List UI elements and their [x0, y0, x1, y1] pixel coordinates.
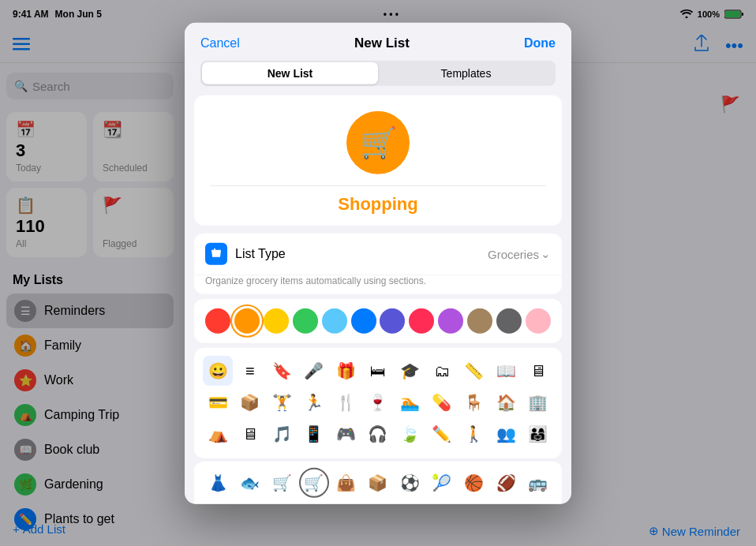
- color-pink[interactable]: [409, 309, 434, 334]
- icon-person[interactable]: 🚶: [459, 419, 489, 449]
- color-green[interactable]: [293, 309, 318, 334]
- color-red[interactable]: [205, 309, 230, 334]
- icon-gamepad[interactable]: 🎮: [331, 419, 361, 449]
- list-type-label: List Type: [235, 247, 286, 261]
- color-blue[interactable]: [351, 309, 376, 334]
- icon-bed[interactable]: 🛏: [363, 356, 393, 386]
- color-lightblue[interactable]: [322, 309, 347, 334]
- icon-ruler[interactable]: 📏: [459, 356, 489, 386]
- icon-monitor[interactable]: 🖥: [235, 419, 265, 449]
- icon-creditcard-alt[interactable]: 🖥: [523, 356, 553, 386]
- list-type-row[interactable]: List Type Groceries ⌄: [194, 234, 562, 275]
- icon-wine[interactable]: 🍷: [363, 387, 393, 417]
- list-name-input[interactable]: [210, 185, 546, 215]
- icon-swim[interactable]: 🏊: [395, 387, 425, 417]
- icon-emoji[interactable]: 😀: [203, 356, 233, 386]
- icon-gift[interactable]: 🎁: [331, 356, 361, 386]
- tab-templates[interactable]: Templates: [378, 62, 554, 84]
- color-purple[interactable]: [438, 309, 463, 334]
- icon-fish[interactable]: 🐟: [235, 468, 265, 498]
- icon-row-1: 😀 ≡ 🔖 🎤 🎁 🛏 🎓 🗂 📏 📖 🖥: [202, 356, 554, 386]
- icon-medicine[interactable]: 💊: [427, 387, 457, 417]
- color-yellow[interactable]: [264, 309, 289, 334]
- color-gray[interactable]: [496, 309, 522, 334]
- color-picker: [194, 299, 562, 343]
- icon-creditcard[interactable]: 💳: [203, 387, 233, 417]
- icon-building[interactable]: 🏢: [523, 387, 553, 417]
- color-brown[interactable]: [467, 309, 492, 334]
- icon-leaf[interactable]: 🍃: [395, 419, 425, 449]
- list-icon-display[interactable]: 🛒: [346, 111, 410, 174]
- icon-football[interactable]: 🏈: [491, 468, 521, 498]
- icon-box[interactable]: 📦: [235, 387, 265, 417]
- shopping-cart-icon: 🛒: [360, 125, 397, 160]
- icon-bag[interactable]: 👜: [331, 468, 361, 498]
- icon-package[interactable]: 📦: [363, 468, 393, 498]
- tab-new-list[interactable]: New List: [202, 62, 378, 84]
- icon-cart-circle[interactable]: 🛒: [299, 468, 329, 498]
- icon-row-2: 💳 📦 🏋 🏃 🍴 🍷 🏊 💊 🪑 🏠 🏢: [202, 387, 554, 417]
- tab-segment-control: New List Templates: [200, 61, 556, 86]
- list-type-icon: [205, 243, 227, 265]
- chevron-down-icon: ⌄: [541, 247, 551, 261]
- color-orange[interactable]: [234, 309, 260, 334]
- icon-row-3: ⛺ 🖥 🎵 📱 🎮 🎧 🍃 ✏️ 🚶 👥 👨‍👩‍👧: [202, 419, 554, 449]
- icon-dress[interactable]: 👗: [203, 468, 233, 498]
- new-list-modal: Cancel New List Done New List Templates …: [185, 23, 571, 504]
- color-indigo[interactable]: [380, 309, 405, 334]
- icon-music[interactable]: 🎵: [267, 419, 297, 449]
- icon-phone[interactable]: 📱: [299, 419, 329, 449]
- modal-title: New List: [354, 36, 410, 51]
- list-type-hint: Organize grocery items automatically usi…: [194, 275, 562, 294]
- icon-bus[interactable]: 🚌: [523, 468, 553, 498]
- done-button[interactable]: Done: [524, 36, 556, 50]
- icon-cart[interactable]: 🛒: [267, 468, 297, 498]
- icon-folder[interactable]: 🗂: [427, 356, 457, 386]
- icon-list[interactable]: ≡: [235, 356, 265, 386]
- icon-run[interactable]: 🏃: [299, 387, 329, 417]
- list-type-section: List Type Groceries ⌄ Organize grocery i…: [194, 234, 562, 294]
- list-type-value[interactable]: Groceries ⌄: [488, 247, 551, 261]
- icon-group[interactable]: 👥: [491, 419, 521, 449]
- icon-pencil[interactable]: ✏️: [427, 419, 457, 449]
- icon-grid: 😀 ≡ 🔖 🎤 🎁 🛏 🎓 🗂 📏 📖 🖥 💳 📦 🏋 🏃 🍴 🍷 🏊 💊 🪑 …: [194, 348, 562, 458]
- icon-mic[interactable]: 🎤: [299, 356, 329, 386]
- icon-chair[interactable]: 🪑: [459, 387, 489, 417]
- list-type-left: List Type: [205, 243, 286, 265]
- icon-row-4-partial: 👗 🐟 🛒 🛒 👜 📦 ⚽ 🎾 🏀 🏈 🚌: [194, 462, 562, 504]
- icon-tennis[interactable]: 🎾: [427, 468, 457, 498]
- cancel-button[interactable]: Cancel: [200, 36, 240, 50]
- icon-basketball[interactable]: 🏀: [459, 468, 489, 498]
- icon-book[interactable]: 📖: [491, 356, 521, 386]
- icon-gym[interactable]: 🏋: [267, 387, 297, 417]
- icon-bookmark[interactable]: 🔖: [267, 356, 297, 386]
- icon-family[interactable]: 👨‍👩‍👧: [523, 419, 553, 449]
- modal-header: Cancel New List Done: [185, 23, 571, 58]
- icon-name-area: 🛒: [194, 95, 562, 226]
- icon-graduation[interactable]: 🎓: [395, 356, 425, 386]
- icon-tent[interactable]: ⛺: [203, 419, 233, 449]
- icon-headphones[interactable]: 🎧: [363, 419, 393, 449]
- color-lightpink[interactable]: [526, 309, 551, 334]
- icon-soccer[interactable]: ⚽: [395, 468, 425, 498]
- icon-home[interactable]: 🏠: [491, 387, 521, 417]
- icon-fork[interactable]: 🍴: [331, 387, 361, 417]
